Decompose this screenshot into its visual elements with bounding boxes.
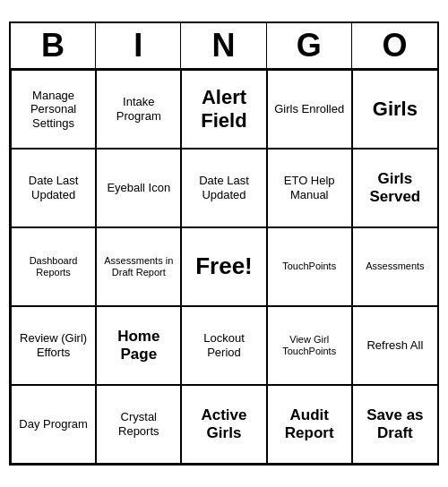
bingo-cell-18[interactable]: View Girl TouchPoints <box>267 306 352 385</box>
bingo-cell-17[interactable]: Lockout Period <box>181 306 266 385</box>
bingo-cell-2[interactable]: Alert Field <box>181 70 266 149</box>
bingo-cell-24[interactable]: Save as Draft <box>352 385 437 464</box>
bingo-header-letter-i: I <box>96 23 181 68</box>
bingo-header: BINGO <box>11 23 437 70</box>
bingo-cell-6[interactable]: Eyeball Icon <box>96 149 181 227</box>
bingo-cell-10[interactable]: Dashboard Reports <box>11 227 96 306</box>
bingo-header-letter-g: G <box>267 23 352 68</box>
bingo-card: BINGO Manage Personal SettingsIntake Pro… <box>9 21 439 466</box>
bingo-grid: Manage Personal SettingsIntake ProgramAl… <box>11 70 437 464</box>
bingo-cell-15[interactable]: Review (Girl) Efforts <box>11 306 96 385</box>
bingo-cell-22[interactable]: Active Girls <box>181 385 266 464</box>
bingo-cell-5[interactable]: Date Last Updated <box>11 149 96 227</box>
bingo-cell-4[interactable]: Girls <box>352 70 437 149</box>
bingo-header-letter-n: N <box>181 23 266 68</box>
bingo-cell-23[interactable]: Audit Report <box>267 385 352 464</box>
bingo-cell-21[interactable]: Crystal Reports <box>96 385 181 464</box>
bingo-cell-9[interactable]: Girls Served <box>352 149 437 227</box>
bingo-header-letter-b: B <box>11 23 96 68</box>
bingo-cell-20[interactable]: Day Program <box>11 385 96 464</box>
bingo-cell-0[interactable]: Manage Personal Settings <box>11 70 96 149</box>
bingo-cell-1[interactable]: Intake Program <box>96 70 181 149</box>
bingo-cell-3[interactable]: Girls Enrolled <box>267 70 352 149</box>
bingo-cell-11[interactable]: Assessments in Draft Report <box>96 227 181 306</box>
bingo-cell-16[interactable]: Home Page <box>96 306 181 385</box>
bingo-cell-14[interactable]: Assessments <box>352 227 437 306</box>
bingo-cell-13[interactable]: TouchPoints <box>267 227 352 306</box>
bingo-cell-19[interactable]: Refresh All <box>352 306 437 385</box>
bingo-cell-8[interactable]: ETO Help Manual <box>267 149 352 227</box>
bingo-header-letter-o: O <box>352 23 437 68</box>
bingo-cell-12[interactable]: Free! <box>181 227 266 306</box>
bingo-cell-7[interactable]: Date Last Updated <box>181 149 266 227</box>
